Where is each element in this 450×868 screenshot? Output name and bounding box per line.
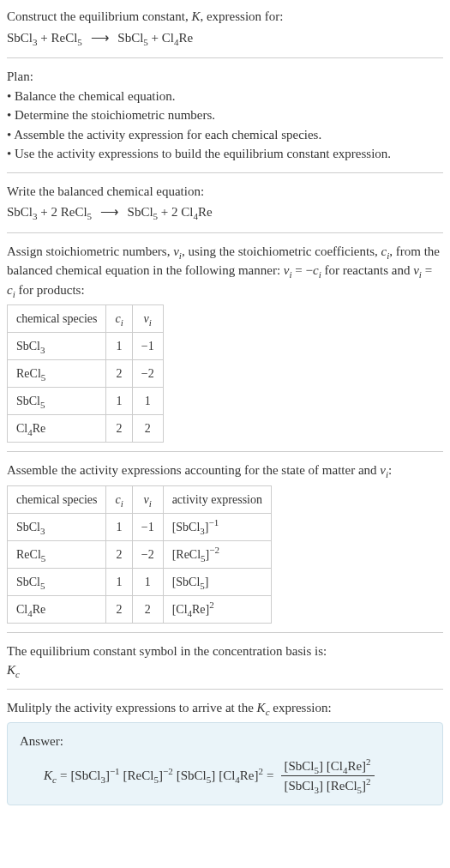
- cell-nui: −2: [132, 540, 163, 568]
- plan-bullet: • Assemble the activity expression for e…: [7, 125, 443, 145]
- table-row: Cl4Re 2 2: [8, 415, 164, 443]
- reaction-arrow: ⟶: [86, 28, 115, 48]
- cell-activity: [SbCl5]: [163, 568, 271, 595]
- term: [SbCl3]−1: [70, 766, 119, 786]
- plan-title: Plan:: [7, 67, 443, 87]
- cell-ci: 1: [106, 388, 132, 415]
- cell-ci: 1: [106, 513, 132, 540]
- col-species: chemical species: [8, 305, 106, 333]
- prompt-K: K: [191, 9, 200, 23]
- cell-species: SbCl5: [8, 568, 106, 595]
- col-nui: νi: [132, 485, 163, 513]
- term: [Cl4Re]2: [219, 766, 263, 786]
- table-header-row: chemical species ci νi activity expressi…: [8, 485, 272, 513]
- col-ci: ci: [106, 485, 132, 513]
- cell-nui: 1: [132, 388, 163, 415]
- prompt-text: Construct the equilibrium constant,: [7, 9, 191, 23]
- table-row: ReCl5 2 −2: [8, 360, 164, 388]
- prompt-line: Construct the equilibrium constant, K, e…: [7, 7, 443, 27]
- activity-table: chemical species ci νi activity expressi…: [7, 485, 272, 624]
- table-row: SbCl3 1 −1: [8, 333, 164, 360]
- equals: =: [60, 766, 67, 786]
- cell-activity: [Cl4Re]2: [163, 595, 271, 623]
- prompt-text-end: , expression for:: [200, 9, 283, 23]
- cell-activity: [SbCl3]−1: [163, 513, 271, 540]
- symbol-intro: The equilibrium constant symbol in the c…: [7, 642, 443, 661]
- cell-activity: [ReCl5]−2: [163, 540, 271, 568]
- table-row: SbCl5 1 1: [8, 388, 164, 415]
- cell-nui: 2: [132, 415, 163, 443]
- cell-nui: −2: [132, 360, 163, 388]
- cell-species: SbCl3: [8, 333, 106, 360]
- species: Cl4Re: [162, 31, 193, 45]
- cell-species: SbCl3: [8, 513, 106, 540]
- species: SbCl5: [117, 31, 148, 45]
- cell-ci: 2: [106, 540, 132, 568]
- species: SbCl5: [128, 205, 159, 219]
- fraction: [SbCl5] [Cl4Re]2 [SbCl3] [ReCl5]2: [281, 756, 375, 796]
- cell-species: Cl4Re: [8, 415, 106, 443]
- activity-intro: Assemble the activity expressions accoun…: [7, 461, 443, 480]
- species: SbCl3: [7, 31, 38, 45]
- cell-ci: 1: [106, 333, 132, 360]
- answer-label: Answer:: [20, 732, 430, 751]
- cell-ci: 2: [106, 360, 132, 388]
- col-species: chemical species: [8, 485, 106, 513]
- numerator: [SbCl5] [Cl4Re]2: [281, 756, 375, 777]
- plus-coef: + 2 Cl: [158, 205, 193, 219]
- balanced-section: Write the balanced chemical equation: Sb…: [7, 182, 443, 233]
- prompt-section: Construct the equilibrium constant, K, e…: [7, 7, 443, 58]
- balanced-intro: Write the balanced chemical equation:: [7, 182, 443, 202]
- activity-section: Assemble the activity expressions accoun…: [7, 461, 443, 633]
- stoich-section: Assign stoichiometric numbers, νi, using…: [7, 242, 443, 453]
- equals: =: [267, 766, 273, 786]
- balanced-equation: SbCl3 + 2 ReCl5 ⟶ SbCl5 + 2 Cl4Re: [7, 202, 443, 222]
- final-section: Mulitply the activity expressions to arr…: [7, 698, 443, 805]
- cell-species: SbCl5: [8, 388, 106, 415]
- plan-bullet: • Use the activity expressions to build …: [7, 144, 443, 164]
- cell-nui: 2: [132, 595, 163, 623]
- plus-coef: + 2 ReCl: [38, 205, 87, 219]
- species: SbCl3: [7, 205, 38, 219]
- kc-expression: Kc = [SbCl3]−1 [ReCl5]−2 [SbCl5] [Cl4Re]…: [20, 756, 430, 796]
- stoich-table: chemical species ci νi SbCl3 1 −1 ReCl5 …: [7, 304, 164, 443]
- cell-nui: 1: [132, 568, 163, 595]
- cell-nui: −1: [132, 333, 163, 360]
- term: [SbCl5]: [177, 766, 216, 786]
- col-nui: νi: [132, 305, 163, 333]
- table-header-row: chemical species ci νi: [8, 305, 164, 333]
- table-row: ReCl5 2 −2 [ReCl5]−2: [8, 540, 272, 568]
- term: [ReCl5]−2: [123, 766, 173, 786]
- kc-lhs: Kc: [44, 766, 57, 786]
- cell-species: ReCl5: [8, 540, 106, 568]
- plan-section: Plan: • Balance the chemical equation. •…: [7, 67, 443, 173]
- plus: +: [40, 31, 51, 45]
- cell-ci: 2: [106, 415, 132, 443]
- table-row: SbCl5 1 1 [SbCl5]: [8, 568, 272, 595]
- stoich-intro: Assign stoichiometric numbers, νi, using…: [7, 242, 443, 300]
- cell-species: Cl4Re: [8, 595, 106, 623]
- plan-bullet: • Determine the stoichiometric numbers.: [7, 105, 443, 125]
- cell-ci: 2: [106, 595, 132, 623]
- species: ReCl5: [51, 31, 81, 45]
- cell-nui: −1: [132, 513, 163, 540]
- table-row: SbCl3 1 −1 [SbCl3]−1: [8, 513, 272, 540]
- table-row: Cl4Re 2 2 [Cl4Re]2: [8, 595, 272, 623]
- unbalanced-equation: SbCl3 + ReCl5 ⟶ SbCl5 + Cl4Re: [7, 28, 443, 48]
- cell-species: ReCl5: [8, 360, 106, 388]
- plus: +: [152, 31, 162, 45]
- denominator: [SbCl3] [ReCl5]2: [281, 776, 375, 796]
- col-ci: ci: [106, 305, 132, 333]
- answer-box: Answer: Kc = [SbCl3]−1 [ReCl5]−2 [SbCl5]…: [7, 722, 443, 805]
- symbol-section: The equilibrium constant symbol in the c…: [7, 642, 443, 690]
- final-intro: Mulitply the activity expressions to arr…: [7, 698, 443, 718]
- reaction-arrow: ⟶: [95, 202, 124, 222]
- cell-ci: 1: [106, 568, 132, 595]
- kc-symbol: Kc: [7, 660, 443, 680]
- col-activity: activity expression: [163, 485, 271, 513]
- plan-bullet: • Balance the chemical equation.: [7, 87, 443, 106]
